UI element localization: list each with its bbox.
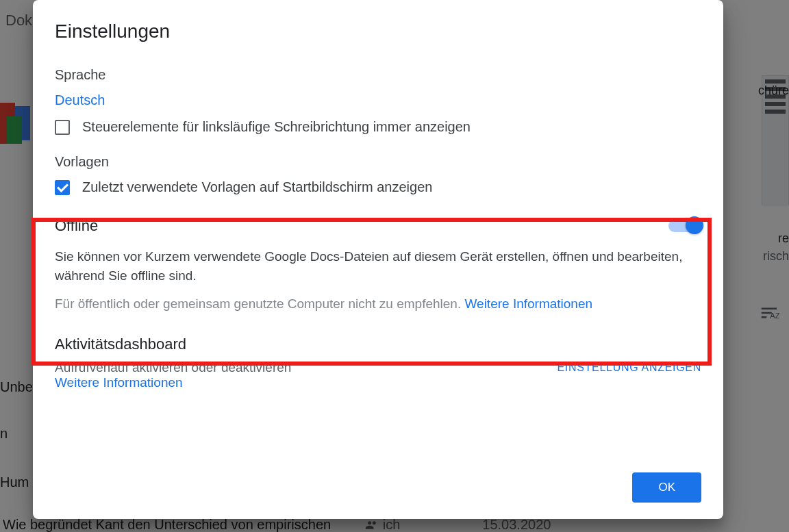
recent-templates-checkbox[interactable] xyxy=(55,180,70,195)
offline-section: Offline Sie können vor Kurzem verwendete… xyxy=(55,202,701,330)
rtl-checkbox-label: Steuerelemente für linksläufige Schreibr… xyxy=(82,119,471,135)
language-value-link[interactable]: Deutsch xyxy=(55,92,105,107)
language-section: Sprache Deutsch Steuerelemente für links… xyxy=(55,67,701,135)
templates-section-title: Vorlagen xyxy=(55,154,701,170)
offline-description: Sie können vor Kurzem verwendete Google … xyxy=(55,247,701,285)
activity-section-title: Aktivitätsdashboard xyxy=(55,335,701,353)
recent-templates-label: Zuletzt verwendete Vorlagen auf Startbil… xyxy=(82,179,432,195)
dialog-footer: OK xyxy=(55,459,701,503)
show-settings-button[interactable]: EINSTELLUNG ANZEIGEN xyxy=(558,362,702,374)
dialog-title: Einstellungen xyxy=(55,21,701,42)
activity-more-info-link[interactable]: Weitere Informationen xyxy=(55,375,183,390)
templates-section: Vorlagen Zuletzt verwendete Vorlagen auf… xyxy=(55,154,701,195)
ok-button[interactable]: OK xyxy=(632,472,701,503)
offline-toggle[interactable] xyxy=(668,220,701,232)
language-section-title: Sprache xyxy=(55,67,701,83)
toggle-knob xyxy=(686,216,703,234)
offline-warning: Für öffentlich oder gemeinsam genutzte C… xyxy=(55,294,701,314)
offline-more-info-link[interactable]: Weitere Informationen xyxy=(464,296,592,311)
settings-dialog: Einstellungen Sprache Deutsch Steuerelem… xyxy=(33,0,723,519)
rtl-checkbox[interactable] xyxy=(55,120,70,135)
activity-subtitle: Aufrufverlauf aktivieren oder deaktivier… xyxy=(55,360,291,375)
offline-section-title: Offline xyxy=(55,217,98,235)
activity-section: Aktivitätsdashboard Aufrufverlauf aktivi… xyxy=(55,335,701,390)
